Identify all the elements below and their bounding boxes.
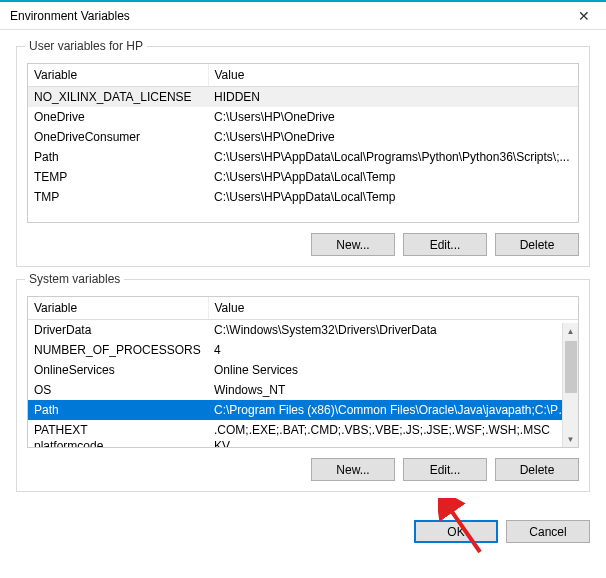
cell-value: C:\Program Files (x86)\Common Files\Orac… (208, 400, 578, 420)
system-edit-button[interactable]: Edit... (403, 458, 487, 481)
cell-variable: platformcode (28, 440, 208, 448)
user-edit-button[interactable]: Edit... (403, 233, 487, 256)
system-delete-button[interactable]: Delete (495, 458, 579, 481)
user-variables-legend: User variables for HP (25, 39, 147, 53)
cancel-button[interactable]: Cancel (506, 520, 590, 543)
window-title: Environment Variables (10, 9, 130, 23)
dialog-content: User variables for HP Variable Value NO_… (0, 30, 606, 520)
dialog-button-row: OK Cancel (0, 520, 606, 557)
cell-variable: OneDrive (28, 107, 208, 127)
close-button[interactable]: ✕ (562, 2, 606, 30)
cell-variable: TEMP (28, 167, 208, 187)
cell-variable: OS (28, 380, 208, 400)
cell-value: Online Services (208, 360, 578, 380)
user-button-row: New... Edit... Delete (27, 233, 579, 256)
cell-variable: NO_XILINX_DATA_LICENSE (28, 87, 208, 108)
ok-button[interactable]: OK (414, 520, 498, 543)
system-col-variable[interactable]: Variable (28, 297, 208, 320)
system-new-button[interactable]: New... (311, 458, 395, 481)
system-button-row: New... Edit... Delete (27, 458, 579, 481)
cell-value: C:\Users\HP\AppData\Local\Temp (208, 167, 578, 187)
user-variables-table[interactable]: Variable Value NO_XILINX_DATA_LICENSE HI… (28, 64, 578, 207)
system-variables-legend: System variables (25, 272, 124, 286)
titlebar: Environment Variables ✕ (0, 0, 606, 30)
user-delete-button[interactable]: Delete (495, 233, 579, 256)
cell-value: C:\Users\HP\OneDrive (208, 127, 578, 147)
cell-value: C:\Users\HP\AppData\Local\Programs\Pytho… (208, 147, 578, 167)
cell-value: .COM;.EXE;.BAT;.CMD;.VBS;.VBE;.JS;.JSE;.… (208, 420, 578, 440)
cell-variable: PATHEXT (28, 420, 208, 440)
user-col-variable[interactable]: Variable (28, 64, 208, 87)
cell-variable: Path (28, 400, 208, 420)
cell-value: Windows_NT (208, 380, 578, 400)
table-row[interactable]: NO_XILINX_DATA_LICENSE HIDDEN (28, 87, 578, 108)
table-row[interactable]: OneDriveConsumer C:\Users\HP\OneDrive (28, 127, 578, 147)
cell-variable: OneDriveConsumer (28, 127, 208, 147)
cell-value: KV (208, 440, 578, 448)
system-variables-table[interactable]: Variable Value DriverData C:\Windows\Sys… (28, 297, 578, 448)
table-row[interactable]: PATHEXT .COM;.EXE;.BAT;.CMD;.VBS;.VBE;.J… (28, 420, 578, 440)
table-row[interactable]: platformcode KV (28, 440, 578, 448)
table-row[interactable]: OnlineServices Online Services (28, 360, 578, 380)
system-variables-table-wrap: Variable Value DriverData C:\Windows\Sys… (27, 296, 579, 448)
scroll-down-icon[interactable]: ▼ (563, 431, 578, 447)
cell-value: C:\Windows\System32\Drivers\DriverData (208, 320, 578, 341)
close-icon: ✕ (578, 8, 590, 24)
cell-variable: DriverData (28, 320, 208, 341)
scroll-up-icon[interactable]: ▲ (563, 323, 578, 339)
cell-variable: NUMBER_OF_PROCESSORS (28, 340, 208, 360)
user-new-button[interactable]: New... (311, 233, 395, 256)
user-variables-table-wrap: Variable Value NO_XILINX_DATA_LICENSE HI… (27, 63, 579, 223)
table-row[interactable]: TEMP C:\Users\HP\AppData\Local\Temp (28, 167, 578, 187)
cell-variable: Path (28, 147, 208, 167)
table-row[interactable]: NUMBER_OF_PROCESSORS 4 (28, 340, 578, 360)
cell-value: C:\Users\HP\OneDrive (208, 107, 578, 127)
table-row[interactable]: TMP C:\Users\HP\AppData\Local\Temp (28, 187, 578, 207)
scroll-thumb[interactable] (565, 341, 577, 393)
system-variables-group: System variables Variable Value DriverDa… (16, 279, 590, 492)
system-col-value[interactable]: Value (208, 297, 578, 320)
cell-variable: OnlineServices (28, 360, 208, 380)
table-row[interactable]: OS Windows_NT (28, 380, 578, 400)
user-variables-group: User variables for HP Variable Value NO_… (16, 46, 590, 267)
cell-value: 4 (208, 340, 578, 360)
table-row[interactable]: OneDrive C:\Users\HP\OneDrive (28, 107, 578, 127)
system-scrollbar[interactable]: ▲ ▼ (562, 323, 578, 447)
table-row[interactable]: Path C:\Users\HP\AppData\Local\Programs\… (28, 147, 578, 167)
cell-value: HIDDEN (208, 87, 578, 108)
table-row[interactable]: Path C:\Program Files (x86)\Common Files… (28, 400, 578, 420)
table-row[interactable]: DriverData C:\Windows\System32\Drivers\D… (28, 320, 578, 341)
cell-value: C:\Users\HP\AppData\Local\Temp (208, 187, 578, 207)
cell-variable: TMP (28, 187, 208, 207)
user-col-value[interactable]: Value (208, 64, 578, 87)
